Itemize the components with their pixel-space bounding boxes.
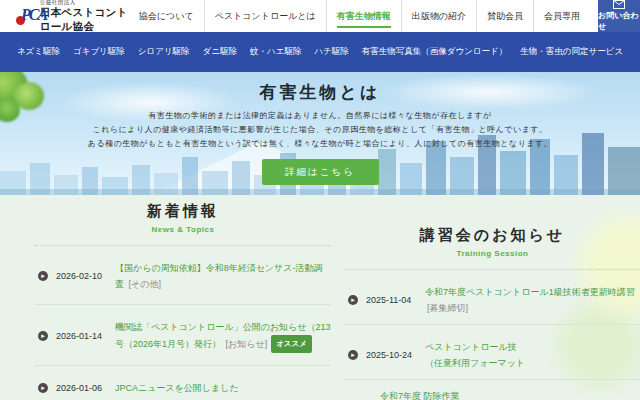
training-date: 2025-11-04 [366, 295, 418, 305]
pest-nav-termite[interactable]: シロアリ駆除 [138, 46, 190, 58]
arrow-circle-icon: ▸ [38, 331, 48, 341]
logo-letters: PCA [21, 6, 46, 24]
news-link[interactable]: JPCAニュースを公開しました [115, 383, 239, 393]
hero-title: 有害生物とは [0, 81, 640, 104]
training-body: ペストコントロール技（任意利用フォーマット [425, 339, 640, 371]
arrow-circle-icon: ▸ [38, 271, 48, 281]
training-link[interactable]: 令和7年度ペストコントロール1級技術者更新時講習 [425, 287, 635, 297]
news-subtitle: News & Topics [35, 225, 331, 234]
training-section: 講習会のお知らせ Training Session ▸ 2025-11-04 令… [345, 195, 640, 400]
training-body: 令和7年度ペストコントロール1級技術者更新時講習[募集締切] [425, 284, 640, 316]
arrow-circle-icon: ▸ [348, 295, 358, 305]
training-link[interactable]: 令和7年度 防除作業 [380, 391, 460, 400]
news-title: 新着情報 [35, 202, 331, 221]
news-body: 【国からの周知依頼】令和8年経済センサス-活動調査 [その他] [115, 260, 331, 292]
training-subtitle: Training Session [345, 249, 640, 258]
news-section: 新着情報 News & Topics ▸ 2026-02-10 【国からの周知依… [35, 195, 331, 400]
contact-button[interactable]: お問い合わせ [598, 0, 640, 32]
recommended-badge: オススメ [271, 335, 312, 353]
training-title: 講習会のお知らせ [345, 226, 640, 245]
page: PCA 公益社団法人 日本ペストコントロール協会 協会について ペストコントロー… [0, 0, 640, 400]
news-date: 2026-01-06 [56, 383, 108, 393]
arrow-circle-icon: ▸ [348, 350, 358, 360]
pest-nav-identification-service[interactable]: 生物・害虫の同定サービス [520, 46, 623, 58]
hero-section: 有害生物とは 有害生物の学術的または法律的定義はありません。自然界には様々な生物… [0, 72, 640, 195]
main-content: 新着情報 News & Topics ▸ 2026-02-10 【国からの周知依… [0, 195, 640, 400]
training-row[interactable]: 令和7年度 防除作業 [345, 380, 640, 400]
site-logo[interactable]: PCA 公益社団法人 日本ペストコントロール協会 [16, 0, 129, 34]
nav-item-members-only[interactable]: 会員専用 [533, 0, 590, 32]
arrow-circle-icon: ▸ [38, 383, 48, 393]
news-date: 2026-02-10 [56, 271, 108, 281]
pest-nav-wasp[interactable]: ハチ駆除 [314, 46, 348, 58]
news-row[interactable]: ▸ 2026-01-14 機関誌「ペストコントロール」公開のお知らせ（213号（… [35, 305, 331, 366]
training-date: 2025-10-24 [366, 350, 418, 360]
logo-mark-icon: PCA [16, 4, 35, 28]
pest-nav-mite[interactable]: ダニ駆除 [203, 46, 237, 58]
news-body: JPCAニュースを公開しました [115, 380, 331, 396]
site-header: PCA 公益社団法人 日本ペストコントロール協会 協会について ペストコントロー… [0, 0, 640, 32]
hero-description: 有害生物の学術的または法律的定義はありません。自然界には様々な生物が存在しますが… [0, 109, 640, 151]
pest-nav: ネズミ駆除 ゴキブリ駆除 シロアリ駆除 ダニ駆除 蚊・ハエ駆除 ハチ駆除 有害生… [0, 32, 640, 72]
training-row[interactable]: ▸ 2025-11-04 令和7年度ペストコントロール1級技術者更新時講習[募集… [345, 270, 640, 325]
news-row[interactable]: ▸ 2026-01-06 JPCAニュースを公開しました [35, 366, 331, 400]
news-body: 機関誌「ペストコントロール」公開のお知らせ（213号（2026年1月号）発行） … [115, 319, 331, 353]
news-date: 2026-01-14 [56, 331, 108, 341]
training-link-line2: （任意利用フォーマット [425, 358, 525, 368]
contact-button-label: お問い合わせ [598, 10, 640, 32]
nav-item-what-is-pest-control[interactable]: ペストコントロールとは [204, 0, 326, 32]
nav-item-supporting-members[interactable]: 賛助会員 [476, 0, 533, 32]
logo-org-name: 日本ペストコントロール協会 [40, 6, 129, 34]
nav-item-about[interactable]: 協会について [129, 0, 204, 32]
pest-nav-rodent[interactable]: ネズミ駆除 [17, 46, 60, 58]
training-row[interactable]: ▸ 2025-10-24 ペストコントロール技（任意利用フォーマット [345, 325, 640, 380]
hero-content: 有害生物とは 有害生物の学術的または法律的定義はありません。自然界には様々な生物… [0, 81, 640, 185]
logo-text: 公益社団法人 日本ペストコントロール協会 [40, 0, 129, 34]
news-row[interactable]: ▸ 2026-02-10 【国からの周知依頼】令和8年経済センサス-活動調査 [… [35, 246, 331, 305]
news-tag: [お知らせ] [226, 339, 268, 349]
training-tag: [募集締切] [427, 303, 468, 313]
envelope-icon [613, 0, 625, 9]
training-link[interactable]: ペストコントロール技 [425, 342, 517, 352]
hero-detail-button[interactable]: 詳細はこちら [262, 159, 379, 185]
hero-description-line: これらにより人の健康や経済活動等に悪影響が生じた場合、その原因生物を総称として「… [0, 123, 640, 137]
top-nav: 協会について ペストコントロールとは 有害生物情報 出版物の紹介 賛助会員 会員… [129, 0, 590, 32]
pest-nav-photo-collection[interactable]: 有害生物写真集（画像ダウンロード） [362, 46, 508, 58]
pest-nav-cockroach[interactable]: ゴキブリ駆除 [73, 46, 125, 58]
pest-nav-mosquito-fly[interactable]: 蚊・ハエ駆除 [250, 46, 301, 58]
news-tag: [その他] [129, 279, 161, 289]
hero-description-line: ある種の生物がもともと有害生物という訳では無く、様々な生物が時と場合により、人に… [0, 137, 640, 151]
hero-description-line: 有害生物の学術的または法律的定義はありません。自然界には様々な生物が存在しますが [0, 109, 640, 123]
nav-item-pest-info[interactable]: 有害生物情報 [326, 0, 401, 32]
nav-item-publications[interactable]: 出版物の紹介 [401, 0, 476, 32]
